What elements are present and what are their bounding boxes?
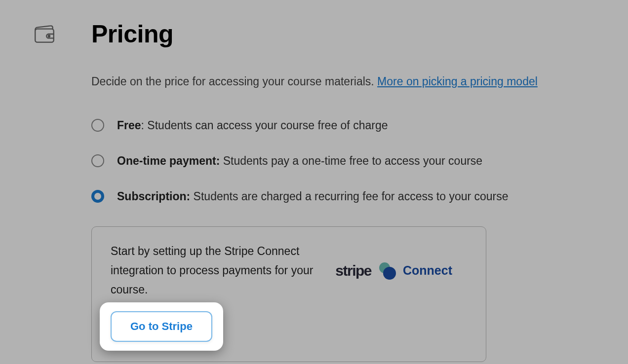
option-desc: Students pay a one-time free to access y… (220, 154, 482, 167)
radio-icon (91, 190, 104, 203)
stripe-connect-logo: stripe Connect (335, 261, 452, 281)
option-subscription[interactable]: Subscription: Students are charged a rec… (91, 188, 598, 204)
option-label: Free: Students can access your course fr… (117, 117, 388, 133)
option-free[interactable]: Free: Students can access your course fr… (91, 117, 598, 133)
option-label: One-time payment: Students pay a one-tim… (117, 153, 482, 169)
radio-icon (91, 154, 104, 167)
stripe-setup-panel: Start by setting up the Stripe Connect i… (91, 226, 486, 362)
radio-icon (91, 119, 104, 132)
pricing-page: Pricing Decide on the price for accessin… (0, 0, 628, 364)
option-label: Subscription: Students are charged a rec… (117, 188, 509, 204)
option-desc: Students are charged a recurring fee for… (190, 190, 508, 203)
page-title: Pricing (91, 20, 173, 48)
option-name: One-time payment: (117, 154, 220, 167)
page-header: Pricing (0, 20, 628, 48)
pricing-content: Decide on the price for accessing your c… (0, 48, 628, 362)
option-name: Free (117, 119, 141, 132)
connect-word: Connect (403, 263, 452, 278)
go-to-stripe-button[interactable]: Go to Stripe (111, 311, 212, 342)
svg-rect-0 (35, 29, 54, 42)
cta-highlight: Go to Stripe (111, 311, 212, 342)
pricing-model-link[interactable]: More on picking a pricing model (377, 75, 538, 88)
connect-dots-icon (377, 261, 397, 281)
option-one-time[interactable]: One-time payment: Students pay a one-tim… (91, 153, 598, 169)
svg-point-1 (48, 36, 50, 37)
wallet-icon (32, 22, 57, 46)
stripe-word: stripe (335, 262, 371, 279)
option-desc: : Students can access your course free o… (141, 119, 388, 132)
description-text: Decide on the price for accessing your c… (91, 75, 377, 88)
panel-text: Start by setting up the Stripe Connect i… (111, 242, 315, 299)
option-name: Subscription: (117, 190, 190, 203)
panel-row: Start by setting up the Stripe Connect i… (111, 242, 467, 299)
pricing-options: Free: Students can access your course fr… (91, 117, 598, 205)
pricing-description: Decide on the price for accessing your c… (91, 73, 598, 90)
